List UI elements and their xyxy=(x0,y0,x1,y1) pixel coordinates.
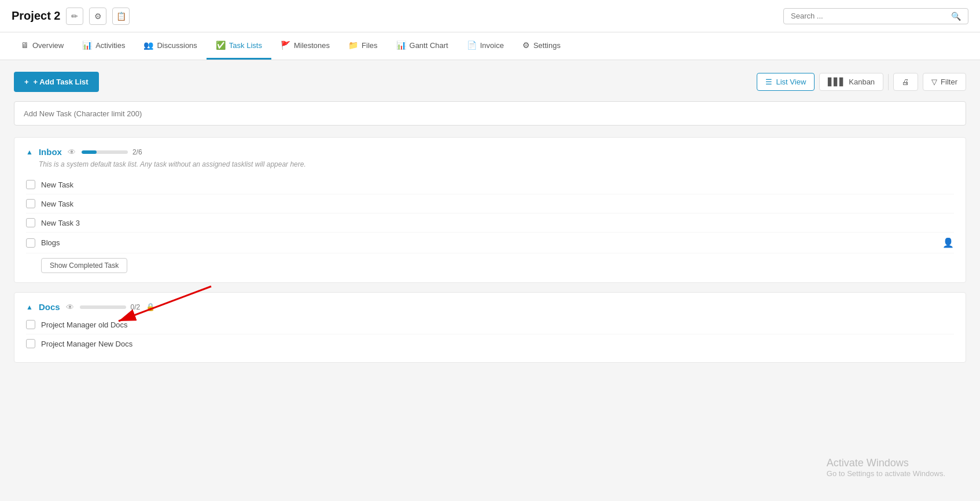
list-view-button[interactable]: ☰ List View xyxy=(757,73,815,91)
docs-title[interactable]: Docs xyxy=(39,302,60,312)
header: Project 2 ✏ ⚙ 📋 🔍 xyxy=(0,0,980,32)
kanban-button[interactable]: ▋▋▋ Kanban xyxy=(819,73,883,91)
toolbar-divider xyxy=(888,74,889,90)
docs-task-checkbox-1[interactable] xyxy=(26,320,35,329)
main-content: + + Add Task List ☰ List View ▋▋▋ Kanban… xyxy=(0,60,980,501)
search-box: 🔍 xyxy=(783,8,968,24)
docs-task-item-2: Project Manager New Docs xyxy=(26,334,954,353)
settings-tab-icon: ⚙ xyxy=(522,40,530,50)
tab-files[interactable]: 📁 Files xyxy=(339,32,386,60)
docs-progress: 0/2 xyxy=(80,303,141,311)
filter-button[interactable]: ▽ Filter xyxy=(923,73,966,91)
add-task-input-container xyxy=(14,101,966,126)
add-task-input[interactable] xyxy=(24,109,956,118)
show-completed-button[interactable]: Show Completed Task xyxy=(41,258,127,273)
tab-task-lists[interactable]: ✅ Task Lists xyxy=(207,32,271,60)
add-task-list-label: + Add Task List xyxy=(34,78,89,86)
docs-section: ▲ Docs 👁 0/2 🔒 Project Manager old Docs xyxy=(14,292,966,363)
docs-progress-track xyxy=(80,305,126,309)
task-checkbox-4[interactable] xyxy=(26,238,35,248)
docs-task-label-2: Project Manager New Docs xyxy=(41,340,954,348)
task-checkbox-2[interactable] xyxy=(26,199,35,208)
assignee-icon: 👤 xyxy=(942,237,954,248)
milestones-icon: 🚩 xyxy=(281,40,290,50)
task-lists-icon: ✅ xyxy=(216,40,226,50)
tab-invoice-label: Invoice xyxy=(480,41,504,50)
tab-activities[interactable]: 📊 Activities xyxy=(73,32,134,60)
task-item: Blogs 👤 xyxy=(26,233,954,253)
task-label-2: New Task xyxy=(41,200,954,208)
tab-discussions[interactable]: 👥 Discussions xyxy=(134,32,206,60)
filter-icon: ▽ xyxy=(931,78,937,86)
inbox-title[interactable]: Inbox xyxy=(39,147,62,157)
inbox-progress: 2/6 xyxy=(82,148,142,156)
tab-overview-label: Overview xyxy=(32,41,64,50)
arrow-overlay: Project Manager old Docs Project Manager… xyxy=(26,315,954,353)
gear-icon: ⚙ xyxy=(94,12,102,21)
document-button[interactable]: 📋 xyxy=(112,8,130,25)
inbox-chevron[interactable]: ▲ xyxy=(26,148,33,156)
task-item: New Task xyxy=(26,175,954,194)
tab-discussions-label: Discussions xyxy=(157,41,197,50)
docs-task-item-1: Project Manager old Docs xyxy=(26,315,954,334)
tab-milestones[interactable]: 🚩 Milestones xyxy=(271,32,339,60)
kanban-icon: ▋▋▋ xyxy=(828,78,845,86)
docs-eye-icon[interactable]: 👁 xyxy=(66,303,74,312)
inbox-progress-fill xyxy=(82,150,97,154)
print-icon: 🖨 xyxy=(902,78,909,86)
lock-icon: 🔒 xyxy=(146,303,155,311)
print-button[interactable]: 🖨 xyxy=(893,73,918,91)
tab-settings-label: Settings xyxy=(533,41,561,50)
tab-gantt-label: Gantt Chart xyxy=(410,41,448,50)
inbox-section: ▲ Inbox 👁 2/6 This is a system default t… xyxy=(14,137,966,283)
tab-invoice[interactable]: 📄 Invoice xyxy=(458,32,513,60)
edit-icon: ✏ xyxy=(71,12,78,21)
search-icon: 🔍 xyxy=(951,12,961,21)
files-icon: 📁 xyxy=(348,40,358,50)
tab-files-label: Files xyxy=(362,41,377,50)
tab-overview[interactable]: 🖥 Overview xyxy=(12,32,73,60)
document-icon: 📋 xyxy=(116,12,126,21)
docs-task-checkbox-2[interactable] xyxy=(26,339,35,348)
tab-activities-label: Activities xyxy=(95,41,125,50)
overview-icon: 🖥 xyxy=(21,40,29,50)
task-label-4: Blogs xyxy=(41,238,937,247)
toolbar: + + Add Task List ☰ List View ▋▋▋ Kanban… xyxy=(14,72,966,92)
inbox-eye-icon[interactable]: 👁 xyxy=(68,148,76,157)
list-view-label: List View xyxy=(776,78,806,86)
tab-settings[interactable]: ⚙ Settings xyxy=(513,32,570,60)
inbox-description: This is a system default task list. Any … xyxy=(39,160,954,168)
tab-gantt-chart[interactable]: 📊 Gantt Chart xyxy=(387,32,458,60)
invoice-icon: 📄 xyxy=(467,40,477,50)
gantt-icon: 📊 xyxy=(396,40,406,50)
activate-windows-subtitle: Go to Settings to activate Windows. xyxy=(827,469,945,478)
plus-icon: + xyxy=(24,78,29,86)
task-label-3: New Task 3 xyxy=(41,219,954,227)
task-checkbox-3[interactable] xyxy=(26,218,35,227)
view-controls: ☰ List View ▋▋▋ Kanban 🖨 ▽ Filter xyxy=(757,73,966,91)
kanban-label: Kanban xyxy=(849,78,875,86)
docs-task-label-1: Project Manager old Docs xyxy=(41,321,954,329)
settings-button[interactable]: ⚙ xyxy=(89,8,106,25)
tabs-bar: 🖥 Overview 📊 Activities 👥 Discussions ✅ … xyxy=(0,32,980,60)
activities-icon: 📊 xyxy=(82,40,92,50)
inbox-progress-label: 2/6 xyxy=(132,148,142,156)
activate-windows: Activate Windows Go to Settings to activ… xyxy=(827,457,945,478)
tab-milestones-label: Milestones xyxy=(294,41,330,50)
task-checkbox-1[interactable] xyxy=(26,180,35,189)
docs-chevron[interactable]: ▲ xyxy=(26,303,33,311)
tab-task-lists-label: Task Lists xyxy=(229,41,262,50)
discussions-icon: 👥 xyxy=(143,40,153,50)
docs-section-header: ▲ Docs 👁 0/2 🔒 xyxy=(26,302,954,312)
docs-progress-label: 0/2 xyxy=(131,303,141,311)
task-label-1: New Task xyxy=(41,180,954,189)
header-left: Project 2 ✏ ⚙ 📋 xyxy=(12,8,130,25)
task-item: New Task 3 xyxy=(26,213,954,233)
list-view-icon: ☰ xyxy=(765,78,772,86)
edit-button[interactable]: ✏ xyxy=(66,8,83,25)
search-input[interactable] xyxy=(791,12,951,20)
show-completed-label: Show Completed Task xyxy=(50,261,119,270)
project-title: Project 2 xyxy=(12,9,60,23)
inbox-section-header: ▲ Inbox 👁 2/6 xyxy=(26,147,954,157)
add-task-list-button[interactable]: + + Add Task List xyxy=(14,72,99,92)
